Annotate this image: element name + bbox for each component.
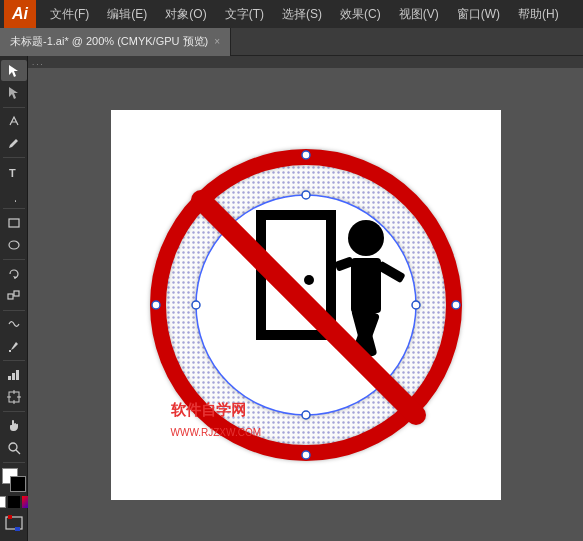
svg-rect-32 <box>351 258 381 313</box>
menu-file[interactable]: 文件(F) <box>42 4 97 25</box>
color-selector[interactable] <box>2 468 26 491</box>
svg-point-39 <box>452 301 460 309</box>
main-area: T T <box>0 56 583 541</box>
menu-edit[interactable]: 编辑(E) <box>99 4 155 25</box>
artboard-tool[interactable] <box>1 387 27 408</box>
svg-rect-4 <box>9 219 19 227</box>
watermark-url: WWW.RJZXW.COM <box>171 427 262 438</box>
app-logo: Ai <box>4 0 36 28</box>
color-black[interactable] <box>8 496 20 508</box>
svg-point-40 <box>302 451 310 459</box>
warp-tool[interactable] <box>1 314 27 335</box>
menubar: Ai 文件(F) 编辑(E) 对象(O) 文字(T) 选择(S) 效果(C) 视… <box>0 0 583 28</box>
tabbar: 未标题-1.ai* @ 200% (CMYK/GPU 预览) × <box>0 28 583 56</box>
watermark-text: 软件自学网 <box>171 401 246 420</box>
menu-object[interactable]: 对象(O) <box>157 4 214 25</box>
svg-point-44 <box>302 411 310 419</box>
rectangle-tool[interactable] <box>1 212 27 233</box>
menu-text[interactable]: 文字(T) <box>217 4 272 25</box>
svg-rect-11 <box>16 370 19 380</box>
canvas[interactable]: 软件自学网 WWW.RJZXW.COM <box>111 110 501 500</box>
rotate-tool[interactable] <box>1 263 27 284</box>
eyedropper-tool[interactable] <box>1 336 27 357</box>
hand-tool[interactable] <box>1 415 27 436</box>
svg-point-42 <box>302 191 310 199</box>
fill-color[interactable] <box>10 476 26 492</box>
svg-rect-7 <box>8 294 13 299</box>
scale-tool[interactable] <box>1 285 27 306</box>
svg-rect-21 <box>15 527 20 531</box>
svg-marker-1 <box>9 87 18 99</box>
svg-rect-10 <box>12 373 15 380</box>
svg-point-17 <box>9 443 17 451</box>
ruler-top: ... <box>28 56 583 68</box>
menu-effect[interactable]: 效果(C) <box>332 4 389 25</box>
artwork-svg <box>111 110 501 500</box>
svg-rect-9 <box>8 376 11 380</box>
canvas-area[interactable]: ... <box>28 56 583 541</box>
graph-tool[interactable] <box>1 364 27 385</box>
tab-close-button[interactable]: × <box>214 36 220 47</box>
svg-rect-8 <box>14 291 19 296</box>
pen-tool[interactable] <box>1 111 27 132</box>
svg-text:T: T <box>7 200 17 202</box>
svg-point-30 <box>304 275 314 285</box>
selection-tool[interactable] <box>1 60 27 81</box>
svg-marker-0 <box>9 65 18 77</box>
menu-help[interactable]: 帮助(H) <box>510 4 567 25</box>
svg-point-31 <box>348 220 384 256</box>
type-tool[interactable]: T <box>1 161 27 182</box>
left-toolbar: T T <box>0 56 28 541</box>
ellipse-tool[interactable] <box>1 235 27 256</box>
vertical-type-tool[interactable]: T <box>1 184 27 205</box>
svg-point-43 <box>412 301 420 309</box>
svg-point-38 <box>302 151 310 159</box>
screen-mode-button[interactable] <box>4 513 24 537</box>
svg-point-41 <box>152 301 160 309</box>
color-white[interactable] <box>0 496 6 508</box>
svg-point-45 <box>192 301 200 309</box>
direct-select-tool[interactable] <box>1 82 27 103</box>
menu-view[interactable]: 视图(V) <box>391 4 447 25</box>
menu-window[interactable]: 窗口(W) <box>449 4 508 25</box>
svg-text:T: T <box>9 167 16 179</box>
zoom-tool[interactable] <box>1 437 27 458</box>
svg-point-5 <box>9 241 19 249</box>
pencil-tool[interactable] <box>1 133 27 154</box>
svg-line-18 <box>16 450 20 454</box>
menu-select[interactable]: 选择(S) <box>274 4 330 25</box>
tab-title: 未标题-1.ai* @ 200% (CMYK/GPU 预览) <box>10 34 208 49</box>
svg-rect-20 <box>8 515 12 519</box>
document-tab[interactable]: 未标题-1.ai* @ 200% (CMYK/GPU 预览) × <box>0 28 231 56</box>
menu-items: 文件(F) 编辑(E) 对象(O) 文字(T) 选择(S) 效果(C) 视图(V… <box>42 4 567 25</box>
